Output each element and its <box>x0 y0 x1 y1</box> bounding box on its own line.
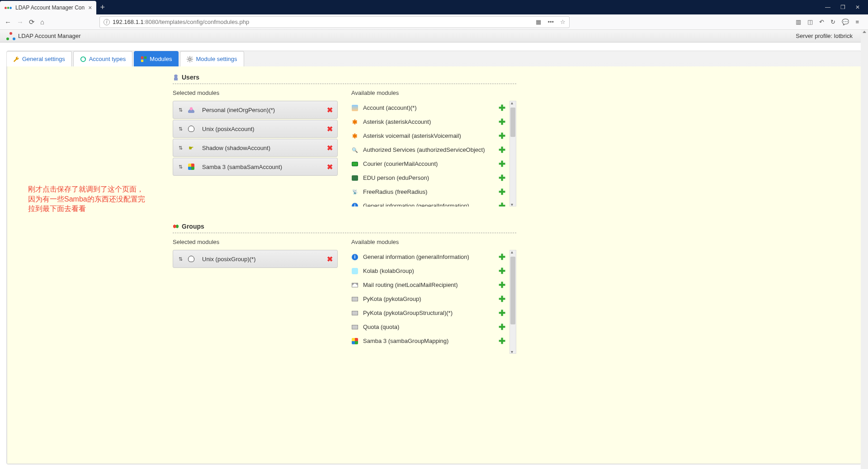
module-label: Samba 3 (sambaGroupMapping) <box>363 338 495 344</box>
available-scrollbar[interactable] <box>509 101 516 206</box>
drag-handle-icon[interactable]: ⇅ <box>178 164 183 170</box>
add-icon[interactable]: ✚ <box>499 173 505 183</box>
more-icon[interactable]: ••• <box>547 19 554 25</box>
module-label: Asterisk voicemail (asteriskVoicemail) <box>363 132 495 139</box>
add-icon[interactable]: ✚ <box>499 266 505 276</box>
pykota-icon <box>351 295 359 303</box>
add-icon[interactable]: ✚ <box>499 280 505 290</box>
sidebar-icon[interactable]: ◫ <box>807 19 813 25</box>
drag-handle-icon[interactable]: ⇅ <box>178 126 183 132</box>
courier-icon <box>351 160 359 168</box>
refresh-circle-icon <box>80 56 86 62</box>
wrench-icon <box>13 56 19 62</box>
nav-forward-icon[interactable]: → <box>17 18 24 26</box>
tab-modules[interactable]: Modules <box>134 51 179 66</box>
module-label: Unix (posixAccount) <box>202 126 255 132</box>
add-icon[interactable]: ✚ <box>499 201 505 207</box>
add-icon[interactable]: ✚ <box>499 252 505 262</box>
svg-rect-1 <box>141 56 143 58</box>
drag-handle-icon[interactable]: ⇅ <box>178 256 183 262</box>
qr-icon[interactable]: ▦ <box>536 19 541 25</box>
tab-account-types[interactable]: Account types <box>73 51 133 66</box>
app-title: LDAP Account Manager <box>18 33 81 39</box>
selected-module-item[interactable]: ⇅Unix (posixAccount)✖ <box>173 120 338 138</box>
module-label: General information (generalInformation) <box>363 253 495 260</box>
users-section: Users Selected modules ⇅Personal (inetOr… <box>173 71 516 206</box>
tab-module-settings[interactable]: Module settings <box>180 51 244 66</box>
account-icon <box>351 104 359 112</box>
window-close-icon[interactable]: ✕ <box>855 4 860 10</box>
add-icon[interactable]: ✚ <box>499 336 505 346</box>
app-header: LDAP Account Manager Server profile: lot… <box>0 30 868 42</box>
remove-icon[interactable]: ✖ <box>327 163 333 171</box>
module-label: Unix (posixGroup)(*) <box>202 256 255 263</box>
app-logo <box>6 32 15 40</box>
person-icon <box>188 106 195 113</box>
undo-icon[interactable]: ↶ <box>819 19 824 25</box>
tab-close-icon[interactable]: × <box>88 4 92 11</box>
available-module-item: Kolab (kolabGroup)✚ <box>351 264 505 278</box>
add-icon[interactable]: ✚ <box>499 159 505 169</box>
selected-module-item[interactable]: ⇅Samba 3 (sambaSamAccount)✖ <box>173 158 338 176</box>
library-icon[interactable]: ▥ <box>796 19 801 25</box>
selected-module-item[interactable]: ⇅Personal (inetOrgPerson)(*)✖ <box>173 101 338 119</box>
selected-module-item[interactable]: ⇅☛Shadow (shadowAccount)✖ <box>173 139 338 157</box>
available-module-item: 📡FreeRadius (freeRadius)✚ <box>351 185 505 199</box>
remove-icon[interactable]: ✖ <box>327 106 333 114</box>
remove-icon[interactable]: ✖ <box>327 255 333 263</box>
add-icon[interactable]: ✚ <box>499 308 505 318</box>
available-modules-label: Available modules <box>351 239 516 245</box>
available-module-item: iGeneral information (generalInformation… <box>351 250 505 264</box>
new-tab-button[interactable]: + <box>100 3 105 12</box>
modules-icon <box>141 56 147 62</box>
add-icon[interactable]: ✚ <box>499 145 505 155</box>
module-label: PyKota (pykotaGroupStructural)(*) <box>363 310 495 316</box>
group-icon <box>173 223 179 230</box>
site-info-icon[interactable]: i <box>104 19 110 25</box>
nav-back-icon[interactable]: ← <box>5 18 11 26</box>
window-minimize-icon[interactable]: — <box>825 4 830 10</box>
add-icon[interactable]: ✚ <box>499 103 505 113</box>
module-label: Mail routing (inetLocalMailRecipient) <box>363 281 495 288</box>
info-icon: i <box>351 202 359 207</box>
module-label: EDU person (eduPerson) <box>363 174 495 181</box>
add-icon[interactable]: ✚ <box>499 322 505 332</box>
add-icon[interactable]: ✚ <box>499 294 505 304</box>
page-scrollbar[interactable] <box>861 30 868 469</box>
nav-reload-icon[interactable]: ⟳ <box>29 18 35 26</box>
svg-point-5 <box>189 58 191 60</box>
drag-handle-icon[interactable]: ⇅ <box>178 145 183 151</box>
remove-icon[interactable]: ✖ <box>327 125 333 133</box>
groups-title: Groups <box>182 223 204 230</box>
drag-handle-icon[interactable]: ⇅ <box>178 107 183 113</box>
mail-icon <box>351 281 359 289</box>
available-module-item: iGeneral information (generalInformation… <box>351 199 505 206</box>
users-title: Users <box>182 74 199 81</box>
remove-icon[interactable]: ✖ <box>327 144 333 152</box>
add-icon[interactable]: ✚ <box>499 117 505 127</box>
add-icon[interactable]: ✚ <box>499 187 505 197</box>
tab-general-settings[interactable]: General settings <box>7 51 72 66</box>
module-label: Asterisk (asteriskAccount) <box>363 118 495 125</box>
annotation-text: 刚才点击保存了就调到了这个页面， 因为有一些Samba的东西还没配置完 拉到最下… <box>28 184 145 214</box>
available-scrollbar[interactable] <box>509 250 516 354</box>
available-module-item: Samba 3 (sambaGroupMapping)✚ <box>351 334 505 348</box>
bookmark-star-icon[interactable]: ☆ <box>560 19 566 25</box>
chat-icon[interactable]: 💬 <box>842 19 849 25</box>
nav-home-icon[interactable]: ⌂ <box>40 18 44 26</box>
shadow-icon: ☛ <box>188 144 195 151</box>
module-label: Quota (quota) <box>363 324 495 330</box>
add-icon[interactable]: ✚ <box>499 131 505 141</box>
svg-rect-4 <box>144 59 146 61</box>
module-label: Samba 3 (sambaSamAccount) <box>202 164 282 170</box>
gear-icon <box>187 56 193 62</box>
url-bar[interactable]: i 192.168.1.1:8080/templates/config/conf… <box>99 16 570 28</box>
window-maximize-icon[interactable]: ❐ <box>840 4 845 10</box>
browser-tab[interactable]: LDAP Account Manager Con × <box>0 1 96 14</box>
edu-icon <box>351 174 359 182</box>
refresh-icon[interactable]: ↻ <box>830 19 835 25</box>
favicon <box>5 4 12 11</box>
menu-icon[interactable]: ≡ <box>855 19 859 25</box>
selected-module-item[interactable]: ⇅Unix (posixGroup)(*)✖ <box>173 250 338 268</box>
config-tabs: General settings Account types Modules M… <box>7 51 861 66</box>
